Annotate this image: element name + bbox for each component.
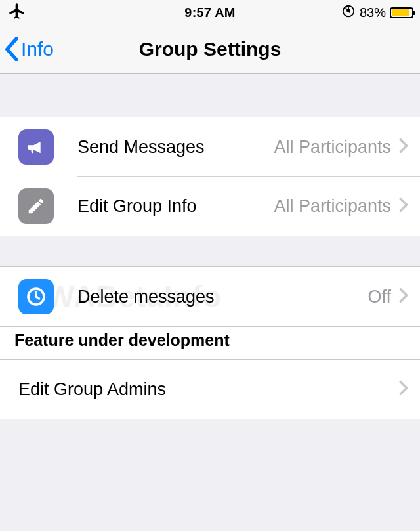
section-spacer — [0, 236, 420, 266]
back-button[interactable]: Info — [4, 25, 54, 73]
chevron-right-icon — [399, 197, 408, 215]
status-bar: 9:57 AM 83% — [0, 0, 420, 25]
airplane-mode-icon — [8, 2, 26, 23]
orientation-lock-icon — [341, 4, 356, 21]
send-messages-label: Send Messages — [77, 137, 274, 158]
svg-rect-1 — [346, 9, 350, 12]
pencil-icon — [18, 188, 54, 224]
edit-group-info-value: All Participants — [274, 196, 391, 217]
edit-group-admins-label: Edit Group Admins — [18, 379, 395, 400]
chevron-right-icon — [399, 138, 408, 156]
battery-icon — [390, 7, 413, 18]
settings-group-2: WABetaInfo Delete messages Off — [0, 266, 420, 327]
edit-group-admins-row[interactable]: Edit Group Admins — [0, 360, 420, 419]
delete-messages-row[interactable]: Delete messages Off — [0, 267, 420, 326]
settings-group-1: Send Messages All Participants Edit Grou… — [0, 117, 420, 236]
section-spacer — [0, 74, 420, 117]
chevron-left-icon — [4, 37, 20, 61]
back-label: Info — [21, 38, 54, 60]
delete-messages-value: Off — [368, 287, 391, 307]
send-messages-value: All Participants — [274, 137, 391, 158]
megaphone-icon — [18, 129, 54, 165]
settings-group-3: Edit Group Admins — [0, 360, 420, 419]
status-left — [8, 0, 26, 25]
timer-icon — [18, 279, 54, 314]
edit-group-info-label: Edit Group Info — [77, 196, 274, 217]
feature-under-development-banner: Feature under development — [0, 327, 420, 360]
page-title: Group Settings — [139, 38, 282, 60]
navigation-bar: Info Group Settings — [0, 25, 420, 74]
battery-percentage: 83% — [360, 5, 386, 20]
send-messages-row[interactable]: Send Messages All Participants — [0, 117, 420, 177]
edit-group-info-row[interactable]: Edit Group Info All Participants — [0, 177, 420, 236]
delete-messages-label: Delete messages — [77, 287, 368, 307]
chevron-right-icon — [399, 380, 408, 398]
chevron-right-icon — [399, 287, 408, 306]
status-time: 9:57 AM — [184, 5, 235, 20]
status-right: 83% — [341, 0, 413, 25]
